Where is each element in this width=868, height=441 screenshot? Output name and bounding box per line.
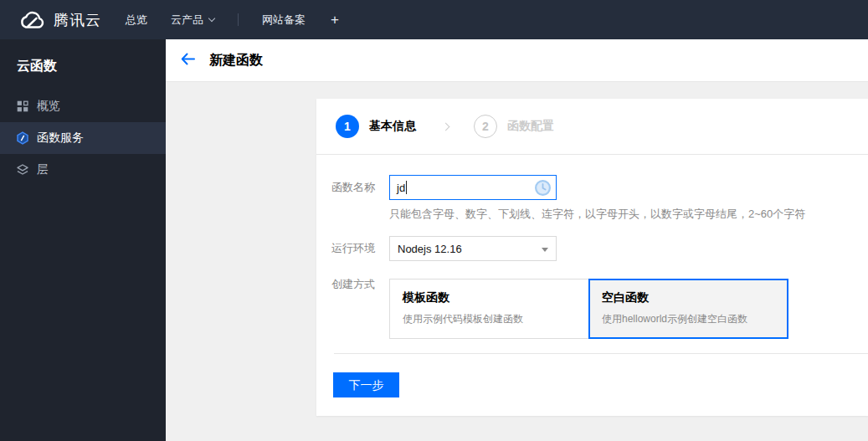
sidebar-item-label: 函数服务: [37, 131, 84, 146]
content-area: 1 基本信息 2 函数配置 函数名称 jd 只能包含字母、数字、下划线、连字符，…: [166, 82, 868, 441]
sidebar-item-function-service[interactable]: 函数服务: [0, 122, 166, 154]
grid-overview-icon: [16, 100, 29, 113]
runtime-value: Nodejs 12.16: [398, 243, 462, 255]
clock-pending-icon: [534, 179, 552, 200]
text-cursor: [406, 181, 407, 194]
page-title: 新建函数: [209, 52, 263, 69]
topbar: 腾讯云 总览 云产品 网站备案 +: [0, 0, 868, 39]
option-template-function[interactable]: 模板函数 使用示例代码模板创建函数: [389, 279, 589, 339]
nav-item-overview[interactable]: 总览: [126, 13, 147, 28]
function-name-help: 只能包含字母、数字、下划线、连字符，以字母开头，以数字或字母结尾，2~60个字符: [389, 207, 805, 222]
sidebar-title: 云函数: [0, 39, 166, 90]
nav-add-tab-button[interactable]: +: [331, 12, 339, 28]
function-name-input[interactable]: jd: [389, 175, 557, 200]
sidebar-item-label: 概览: [37, 99, 60, 114]
option-desc: 使用示例代码模板创建函数: [403, 312, 576, 326]
footer-divider: [334, 353, 868, 354]
page-header: 新建函数: [166, 39, 868, 82]
runtime-select[interactable]: Nodejs 12.16: [389, 236, 557, 261]
back-button[interactable]: [181, 53, 195, 69]
arrow-left-icon: [181, 53, 195, 69]
option-desc: 使用helloworld示例创建空白函数: [602, 312, 775, 326]
new-function-card: 1 基本信息 2 函数配置 函数名称 jd 只能包含字母、数字、下划线、连字符，…: [316, 99, 868, 416]
brand-name: 腾讯云: [54, 10, 101, 30]
app-root: 腾讯云 总览 云产品 网站备案 + 云函数: [0, 0, 868, 441]
step-1-circle: 1: [336, 115, 359, 138]
nav-item-cloud-products[interactable]: 云产品: [171, 13, 214, 28]
chevron-right-icon: [442, 122, 450, 131]
step-2-circle: 2: [474, 115, 497, 138]
option-title: 模板函数: [403, 290, 576, 305]
triangle-down-icon: [542, 248, 548, 252]
sidebar: 云函数 概览 函数服务: [0, 39, 166, 441]
option-title: 空白函数: [602, 290, 775, 305]
wizard-steps: 1 基本信息 2 函数配置: [316, 99, 868, 155]
option-blank-function[interactable]: 空白函数 使用helloworld示例创建空白函数: [588, 279, 788, 339]
chevron-down-icon: [208, 15, 215, 22]
sidebar-item-layers[interactable]: 层: [0, 154, 166, 186]
tencent-cloud-logo-icon: [18, 10, 46, 30]
next-step-button[interactable]: 下一步: [333, 372, 399, 397]
nav-separator: [238, 13, 239, 26]
creation-method-label: 创建方式: [331, 276, 375, 293]
runtime-label: 运行环境: [331, 236, 375, 261]
creation-method-options: 模板函数 使用示例代码模板创建函数 空白函数 使用helloworld示例创建空…: [389, 279, 788, 339]
layers-icon: [16, 163, 29, 177]
function-name-label: 函数名称: [331, 175, 375, 200]
sidebar-item-label: 层: [37, 162, 49, 177]
brand-home-link[interactable]: 腾讯云: [18, 10, 101, 30]
step-1-label: 基本信息: [369, 119, 416, 134]
function-name-value: jd: [397, 182, 405, 194]
top-navigation: 总览 云产品 网站备案 +: [126, 12, 339, 28]
function-hexagon-icon: [16, 131, 29, 145]
nav-item-icp-filing[interactable]: 网站备案: [262, 13, 306, 28]
step-2-label: 函数配置: [507, 119, 554, 134]
sidebar-item-overview[interactable]: 概览: [0, 90, 166, 122]
